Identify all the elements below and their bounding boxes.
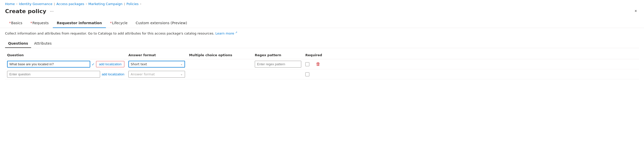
breadcrumb-policies[interactable]: Policies	[126, 2, 139, 6]
row1-answer-format-dropdown[interactable]: Short text ⌄	[128, 61, 185, 68]
row1-required-cell: 🗑	[303, 61, 324, 67]
breadcrumb-marketing-campaign[interactable]: Marketing Campaign	[88, 2, 123, 6]
external-link-icon: ↗	[235, 31, 237, 34]
col-header-question: Question	[5, 53, 126, 57]
col-header-required: Required	[303, 53, 324, 57]
breadcrumb-identity-governance[interactable]: Identity Governance	[19, 2, 52, 6]
table-header: Question Answer format Multiple choice o…	[5, 51, 639, 59]
row1-regex-cell	[253, 61, 303, 68]
close-button[interactable]: ×	[633, 8, 639, 14]
ellipsis-button[interactable]: ···	[48, 8, 55, 14]
tabs-bar: *Basics *Requests Requestor information …	[0, 18, 644, 28]
page-header: Create policy ··· ×	[0, 7, 644, 18]
row2-question-cell: add localization	[5, 71, 126, 78]
row1-required-checkbox[interactable]	[305, 62, 309, 66]
learn-more-link[interactable]: Learn more	[215, 32, 234, 35]
row2-required-checkbox[interactable]	[305, 72, 309, 76]
sub-tab-attributes[interactable]: Attributes	[31, 39, 55, 48]
breadcrumb-sep-5: ›	[140, 2, 141, 6]
tab-basics[interactable]: *Basics	[5, 18, 26, 28]
row1-regex-input[interactable]	[255, 61, 301, 68]
row1-delete-button[interactable]: 🗑	[315, 61, 321, 67]
col-header-multiple-choice: Multiple choice options	[187, 53, 253, 57]
breadcrumb-access-packages[interactable]: Access packages	[56, 2, 84, 6]
page-title: Create policy	[5, 8, 46, 14]
col-header-regex: Regex pattern	[253, 53, 303, 57]
table-row: add localization Answer format ⌄	[5, 69, 639, 79]
row2-answer-format-cell: Answer format ⌄	[126, 71, 187, 78]
row1-answer-format-cell: Short text ⌄	[126, 61, 187, 68]
col-header-answer-format: Answer format	[126, 53, 187, 57]
row1-question-cell: ✓ add localization	[5, 61, 126, 68]
chevron-down-icon: ⌄	[180, 63, 183, 66]
breadcrumb-home[interactable]: Home	[5, 2, 15, 6]
tab-requestor-info[interactable]: Requestor information	[53, 18, 106, 28]
row2-required-cell	[303, 72, 324, 76]
sub-tab-questions[interactable]: Questions	[5, 39, 31, 48]
table-row: ✓ add localization Short text ⌄ 🗑	[5, 59, 639, 69]
row1-add-localization-button[interactable]: add localization	[96, 61, 124, 67]
row2-add-localization-button[interactable]: add localization	[102, 71, 124, 77]
tab-requests[interactable]: *Requests	[26, 18, 53, 28]
table-container: Question Answer format Multiple choice o…	[5, 51, 639, 79]
row1-check-icon[interactable]: ✓	[92, 62, 95, 66]
tab-custom-extensions[interactable]: Custom extensions (Preview)	[132, 18, 191, 28]
row2-answer-format-dropdown[interactable]: Answer format ⌄	[128, 71, 185, 78]
sub-tabs-divider	[5, 48, 639, 48]
sub-tabs: Questions Attributes	[0, 37, 644, 48]
chevron-down-icon: ⌄	[180, 73, 183, 76]
breadcrumb-sep-4: |	[124, 2, 125, 6]
row2-question-input[interactable]	[7, 71, 100, 78]
row1-question-input[interactable]	[7, 61, 90, 68]
breadcrumb-sep-1: ›	[16, 2, 17, 6]
breadcrumb-sep-2: |	[54, 2, 55, 6]
tab-lifecycle[interactable]: *Lifecycle	[106, 18, 131, 28]
description: Collect information and attributes from …	[0, 28, 644, 37]
breadcrumb: Home › Identity Governance | Access pack…	[0, 0, 644, 7]
breadcrumb-sep-3: ›	[86, 2, 87, 6]
